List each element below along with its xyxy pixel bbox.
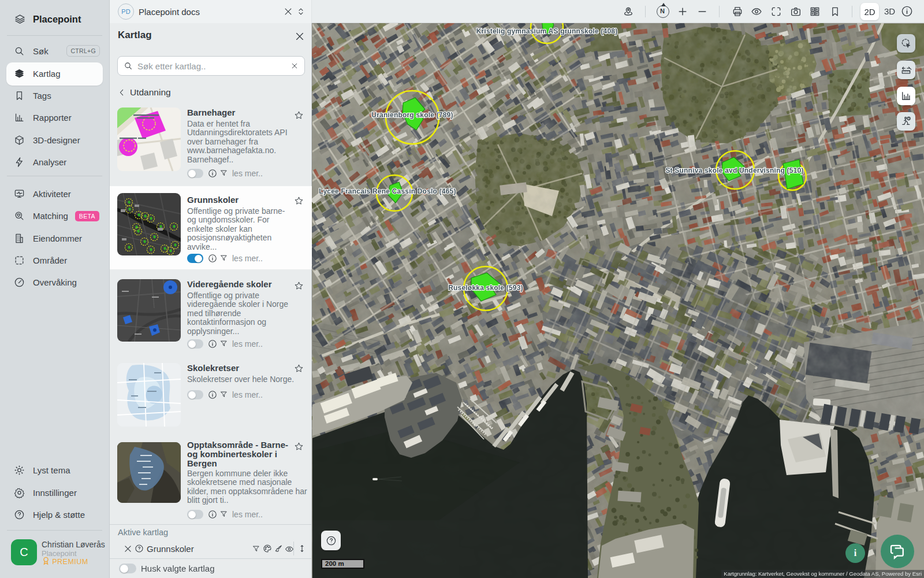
svg-text:Ruseløkka skole (593): Ruseløkka skole (593) — [448, 284, 523, 292]
svg-text:Kristelig gymnasium AS grunnsk: Kristelig gymnasium AS grunnskole (408) — [476, 27, 618, 35]
svg-text:Lycee Francais Rene Cassin Dos: Lycee Francais Rene Cassin Doslo (465) — [319, 187, 456, 195]
svg-text:Uranienborg skole (789): Uranienborg skole (789) — [371, 111, 453, 119]
svg-text:St Sunniva skole avd Undervisn: St Sunniva skole avd Undervisning (510) — [665, 166, 803, 175]
